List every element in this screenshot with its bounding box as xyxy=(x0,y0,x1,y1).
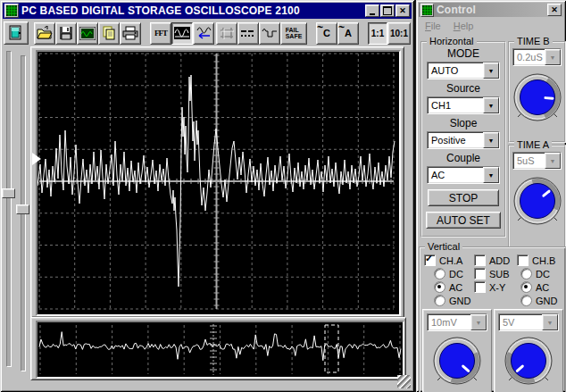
dotted-display-button[interactable] xyxy=(237,22,259,45)
sub-label: SUB xyxy=(489,269,510,279)
add-checkbox-row: ADD xyxy=(474,254,510,267)
save-button[interactable] xyxy=(55,22,77,45)
dropdown-arrow-icon: ▼ xyxy=(545,153,561,169)
probe-10-1-button[interactable]: 10:1 xyxy=(387,22,411,45)
chb-ac-radio[interactable] xyxy=(520,281,532,293)
trigger-level-marker[interactable] xyxy=(32,153,41,165)
slope-label: Slope xyxy=(450,117,478,129)
source-combobox[interactable]: CH1 ▼ xyxy=(427,96,500,114)
mini-selection-box[interactable] xyxy=(325,325,338,372)
time-a-group: TIME A 5uS ▼ xyxy=(508,145,566,248)
xy-checkbox[interactable] xyxy=(474,281,486,293)
horizontal-group-label: Horizontal xyxy=(427,36,477,46)
tilde-icon: ~ xyxy=(317,21,323,34)
open-file-button[interactable] xyxy=(34,22,55,45)
calibrate-c-button[interactable]: ~C xyxy=(316,22,337,45)
vertical-group: Vertical CH.A DC AC GND ADD xyxy=(419,246,566,392)
cha-checkbox[interactable] xyxy=(424,254,436,266)
time-a-group-label: TIME A xyxy=(514,139,552,150)
time-a-combobox[interactable]: 5uS ▼ xyxy=(512,152,562,170)
time-b-value: 0.2uS xyxy=(513,49,545,65)
auto-set-button[interactable]: AUTO SET xyxy=(426,212,501,229)
cha-ac-radio[interactable] xyxy=(434,281,445,293)
couple-combobox[interactable]: AC ▼ xyxy=(427,166,500,184)
chb-volt-panel: 5V ▼ xyxy=(494,309,563,392)
dash-dot-icon xyxy=(240,29,256,38)
control-app-icon[interactable] xyxy=(420,4,434,17)
cha-checkbox-row: CH.A xyxy=(424,254,470,267)
chb-range-combobox[interactable]: 5V ▼ xyxy=(498,313,559,331)
chb-dc-radio[interactable] xyxy=(520,268,532,279)
scope-bezel xyxy=(30,46,404,318)
cha-gnd-row: GND xyxy=(424,294,470,307)
chb-dc-label: DC xyxy=(536,269,550,279)
chb-volt-knob[interactable] xyxy=(501,333,556,388)
single-pulse-button[interactable] xyxy=(259,22,280,45)
cha-label: CH.A xyxy=(439,255,462,266)
mini-scope-display[interactable] xyxy=(36,321,404,379)
maximize-button[interactable] xyxy=(380,4,395,17)
menu-file[interactable]: File xyxy=(425,21,441,31)
couple-value: AC xyxy=(428,167,483,183)
sub-checkbox[interactable] xyxy=(474,268,486,279)
dropdown-arrow-icon[interactable]: ▼ xyxy=(483,63,499,79)
time-a-knob[interactable] xyxy=(510,173,565,229)
print-button[interactable] xyxy=(120,22,141,45)
chb-gnd-radio[interactable] xyxy=(520,295,532,306)
waveform-mode-button[interactable] xyxy=(171,22,193,45)
dropdown-arrow-icon: ▼ xyxy=(470,314,487,330)
calibrate-a-button[interactable]: ~A xyxy=(337,22,359,45)
cha-range-combobox[interactable]: 10mV ▼ xyxy=(427,313,487,331)
cal-c-label: C xyxy=(323,28,330,38)
mode-combobox[interactable]: AUTO ▼ xyxy=(427,62,500,79)
fail-safe-line2: SAFE xyxy=(286,33,303,39)
resize-grip[interactable] xyxy=(397,375,411,388)
grid-toggle-button[interactable] xyxy=(216,22,237,45)
main-scope-display xyxy=(36,50,401,316)
add-checkbox[interactable] xyxy=(474,254,486,266)
dropdown-arrow-icon[interactable]: ▼ xyxy=(483,97,499,113)
fail-safe-button[interactable]: FAIL SAFE xyxy=(280,22,307,45)
cha-volt-knob[interactable] xyxy=(429,333,485,388)
capture-display-button[interactable] xyxy=(77,22,98,45)
chb-ac-label: AC xyxy=(536,282,549,293)
time-b-group: TIME B 0.2uS ▼ xyxy=(508,41,566,143)
recall-waveform-button[interactable] xyxy=(193,22,214,45)
time-b-group-label: TIME B xyxy=(514,36,553,46)
position-slider-b-thumb[interactable] xyxy=(16,204,29,214)
control-close-button[interactable]: ✕ xyxy=(547,4,562,16)
exit-button[interactable] xyxy=(4,21,29,45)
fft-button[interactable]: FFT xyxy=(150,22,171,45)
time-a-value: 5uS xyxy=(513,153,545,169)
position-slider-a-track[interactable] xyxy=(6,51,12,367)
cha-range-value: 10mV xyxy=(428,314,470,330)
time-b-combobox[interactable]: 0.2uS ▼ xyxy=(512,48,562,66)
cha-ac-label: AC xyxy=(449,282,462,293)
xy-label: X-Y xyxy=(489,282,505,293)
time-b-knob[interactable] xyxy=(510,70,565,125)
slope-combobox[interactable]: Positive ▼ xyxy=(427,131,500,149)
position-slider-a-thumb[interactable] xyxy=(2,188,15,198)
cha-gnd-radio[interactable] xyxy=(434,295,445,306)
app-scope-icon[interactable] xyxy=(4,4,19,18)
cha-dc-radio[interactable] xyxy=(434,268,445,279)
copy-button[interactable] xyxy=(98,22,120,45)
desktop: { "main_window": { "title": "PC BASED DI… xyxy=(0,0,566,392)
stop-button[interactable]: STOP xyxy=(428,189,499,206)
chb-ac-row: AC xyxy=(517,280,557,294)
dropdown-arrow-icon[interactable]: ▼ xyxy=(483,132,499,148)
menu-help[interactable]: Help xyxy=(454,21,474,31)
probe-1-1-button[interactable]: 1:1 xyxy=(368,22,387,45)
mode-label: MODE xyxy=(447,47,479,60)
chb-checkbox[interactable] xyxy=(517,254,529,266)
minimize-button[interactable] xyxy=(365,4,379,17)
control-titlebar: Control ✕ xyxy=(419,3,563,17)
crt-screen-icon xyxy=(79,27,96,40)
cha-gnd-label: GND xyxy=(449,296,470,306)
chb-gnd-row: GND xyxy=(517,294,557,307)
chb-checkbox-row: CH.B xyxy=(517,254,557,267)
dropdown-arrow-icon[interactable]: ▼ xyxy=(483,167,499,183)
window-title: PC BASED DIGITAL STORAGE OSCILLOSCOPE 21… xyxy=(21,4,362,17)
close-button[interactable]: ✕ xyxy=(395,4,410,17)
dropdown-arrow-icon: ▼ xyxy=(542,314,558,330)
